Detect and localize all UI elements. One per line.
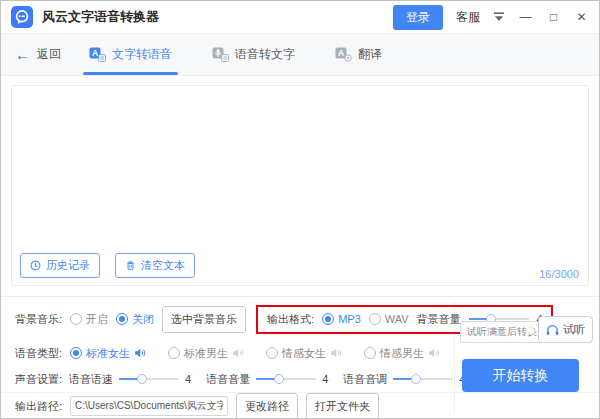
- start-convert-button[interactable]: 开始转换: [462, 359, 579, 392]
- format-wav-label: WAV: [385, 313, 409, 325]
- speech-rate-slider[interactable]: [119, 373, 179, 385]
- translate-icon: A: [335, 47, 352, 62]
- svg-text:A: A: [338, 48, 344, 58]
- menu-dropdown-icon[interactable]: [493, 12, 505, 22]
- voice-std-male-radio[interactable]: 标准男生: [168, 346, 228, 361]
- bgm-on-label: 开启: [86, 312, 108, 327]
- char-counter: 16/3000: [539, 268, 579, 280]
- trash-icon: [125, 260, 136, 271]
- voice-emo-female-radio[interactable]: 情感女生: [266, 346, 326, 361]
- svg-text:A: A: [92, 48, 98, 58]
- bgm-on-radio[interactable]: 开启: [70, 312, 108, 327]
- slider-knob[interactable]: [137, 374, 147, 384]
- preview-button[interactable]: 试听: [538, 316, 593, 343]
- sound-settings-row: 声音设置: 语音语速 4 语音音量 4 语音音调: [15, 368, 473, 390]
- headphones-icon: [546, 324, 559, 336]
- voice-std-female-radio[interactable]: 标准女生: [70, 346, 130, 361]
- speaker-icon[interactable]: [330, 347, 342, 359]
- output-path-input[interactable]: [70, 396, 228, 416]
- voice-type-row: 语音类型: 标准女生 标准男生: [15, 342, 454, 364]
- voice-option-label: 情感男生: [380, 346, 424, 361]
- speech-volume-value: 4: [322, 373, 328, 385]
- text-to-speech-icon: A: [89, 47, 106, 62]
- section-divider: [1, 296, 599, 297]
- voice-emo-male-radio[interactable]: 情感男生: [364, 346, 424, 361]
- tab-translate[interactable]: A 翻译: [331, 34, 386, 75]
- titlebar-actions: 登录 客服 — □ ✕: [393, 5, 589, 30]
- back-button[interactable]: ← 返回: [15, 46, 61, 63]
- history-label: 历史记录: [46, 258, 90, 273]
- panel-actions: 历史记录 清空文本: [20, 253, 195, 278]
- radio-circle-icon: [168, 347, 180, 359]
- back-arrow-icon: ←: [15, 46, 30, 63]
- close-button[interactable]: ✕: [574, 11, 589, 23]
- output-path-row: 输出路径: 更改路径 打开文件夹: [15, 395, 379, 417]
- voice-option-label: 标准男生: [184, 346, 228, 361]
- speech-rate-label: 语音语速: [69, 372, 113, 387]
- format-mp3-label: MP3: [338, 313, 361, 325]
- format-wav-radio[interactable]: WAV: [369, 313, 409, 325]
- slider-knob[interactable]: [274, 374, 284, 384]
- radio-circle-icon: [322, 313, 334, 325]
- support-link[interactable]: 客服: [456, 9, 480, 26]
- clear-text-button[interactable]: 清空文本: [115, 253, 195, 278]
- maximize-button[interactable]: □: [546, 11, 561, 23]
- speaker-icon[interactable]: [134, 347, 146, 359]
- voice-option-label: 标准女生: [86, 346, 130, 361]
- open-folder-button[interactable]: 打开文件夹: [306, 393, 379, 419]
- speech-volume-label: 语音音量: [206, 372, 250, 387]
- radio-circle-icon: [70, 313, 82, 325]
- tab-bar: ← 返回 A 文字转语音: [1, 33, 599, 76]
- bgm-off-radio[interactable]: 关闭: [116, 312, 154, 327]
- app-logo-icon: [11, 6, 33, 28]
- speech-pitch-label: 语音音调: [343, 372, 387, 387]
- radio-circle-icon: [266, 347, 278, 359]
- format-label: 输出格式:: [267, 312, 314, 327]
- app-window: 风云文字语音转换器 登录 客服 — □ ✕ ← 返回 A: [0, 0, 600, 419]
- tooltip-text: 试听满意后转换: [467, 325, 537, 339]
- text-input-area[interactable]: 历史记录 清空文本 16/3000: [11, 85, 589, 286]
- tab-label: 文字转语音: [112, 46, 172, 63]
- speech-to-text-icon: [212, 47, 229, 62]
- bg-volume-label: 背景音量: [417, 312, 461, 327]
- row-divider: [1, 392, 599, 393]
- bgm-label: 背景音乐:: [15, 312, 62, 327]
- radio-circle-icon: [116, 313, 128, 325]
- speaker-icon[interactable]: [428, 347, 440, 359]
- back-label: 返回: [37, 46, 61, 63]
- output-path-label: 输出路径:: [15, 399, 62, 414]
- minimize-button[interactable]: —: [518, 11, 533, 23]
- radio-circle-icon: [369, 313, 381, 325]
- voice-option-label: 情感女生: [282, 346, 326, 361]
- tab-text-to-speech[interactable]: A 文字转语音: [85, 34, 176, 75]
- speech-volume-slider[interactable]: [256, 373, 316, 385]
- history-button[interactable]: 历史记录: [20, 253, 100, 278]
- slider-knob[interactable]: [411, 374, 421, 384]
- login-button[interactable]: 登录: [393, 5, 443, 30]
- sound-settings-label: 声音设置:: [15, 372, 62, 387]
- tab-label: 语音转文字: [235, 46, 295, 63]
- clear-label: 清空文本: [141, 258, 185, 273]
- change-path-button[interactable]: 更改路径: [236, 393, 298, 419]
- radio-circle-icon: [364, 347, 376, 359]
- tab-label: 翻译: [358, 46, 382, 63]
- speech-rate-value: 4: [185, 373, 191, 385]
- speech-pitch-slider[interactable]: [393, 373, 453, 385]
- format-mp3-radio[interactable]: MP3: [322, 313, 361, 325]
- radio-circle-icon: [70, 347, 82, 359]
- voice-type-label: 语音类型:: [15, 346, 62, 361]
- preview-label: 试听: [563, 322, 585, 337]
- title-bar: 风云文字语音转换器 登录 客服 — □ ✕: [1, 1, 599, 33]
- choose-bgm-button[interactable]: 选中背景音乐: [162, 306, 246, 333]
- app-title: 风云文字语音转换器: [42, 8, 159, 26]
- bgm-off-label: 关闭: [132, 312, 154, 327]
- clock-icon: [30, 260, 41, 271]
- speaker-icon[interactable]: [232, 347, 244, 359]
- tab-speech-to-text[interactable]: 语音转文字: [208, 34, 299, 75]
